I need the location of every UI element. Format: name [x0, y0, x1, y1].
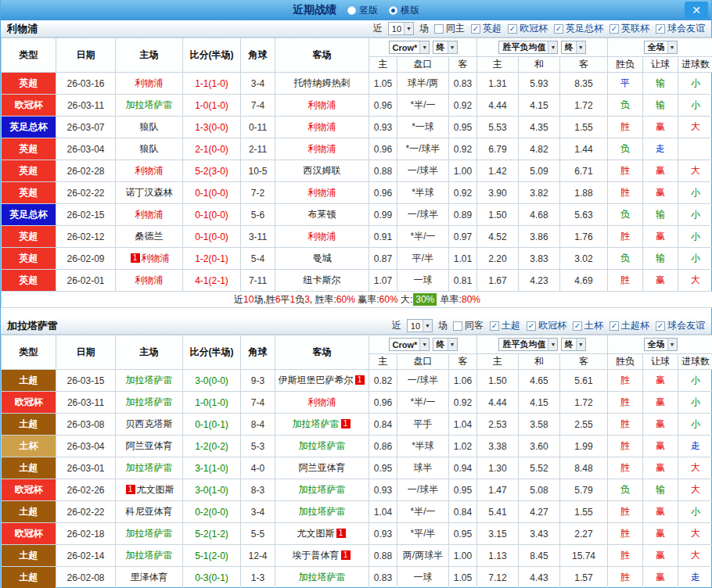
filter-item[interactable]: ✓球会友谊 — [656, 22, 705, 35]
odds-time-select[interactable]: 终▼ — [433, 41, 458, 54]
cell-result-handicap: 输 — [643, 73, 678, 95]
scope-select[interactable]: 全场▼ — [644, 338, 678, 351]
checkbox-icon[interactable]: ✓ — [471, 24, 480, 34]
cell-away-team: 利物浦 — [275, 226, 369, 248]
section-team-title: 利物浦 — [7, 22, 38, 36]
rank-badge: 1 — [126, 485, 135, 494]
checkbox-icon[interactable]: ✓ — [554, 24, 563, 34]
cell-odds-home: 0.99 — [369, 204, 397, 226]
games-label: 场 — [419, 22, 429, 35]
cell-odds-away: 0.83 — [449, 73, 477, 95]
cell-avg-away: 1.44 — [560, 138, 608, 160]
filter-item[interactable]: ✓土超 — [490, 319, 520, 332]
checkbox-icon[interactable]: ✓ — [490, 321, 499, 331]
section-header-home-team: 利物浦 近 10▼ 场 同主✓英超✓欧冠杯✓英足总杯✓英联杯✓球会友谊 — [1, 20, 711, 38]
cell-odds-away: 0.94 — [449, 457, 477, 479]
cell-avg-home: 5.41 — [477, 501, 519, 523]
cell-home-team: 狼队 — [116, 117, 183, 138]
filter-item[interactable]: ✓英超 — [471, 22, 502, 35]
dropdown-arrow-icon: ▼ — [576, 41, 585, 53]
section-header-away-team: 加拉塔萨雷 近 10▼ 场 同客✓土超✓欧冠杯✓土杯✓土超杯✓球会友谊 — [1, 317, 711, 335]
cell-away-team: 加拉塔萨雷 — [275, 436, 369, 457]
recent-count-select[interactable]: 10▼ — [388, 22, 414, 35]
match-row: 欧冠杯26-03-11加拉塔萨雷1-0(1-0)7-4利物浦0.96*半/一0.… — [2, 95, 712, 117]
cell-result-goals: 大 — [678, 117, 712, 138]
filter-item[interactable]: ✓欧冠杯 — [527, 319, 566, 332]
cell-date: 26-03-15 — [56, 370, 116, 392]
cell-league: 欧冠杯 — [2, 479, 56, 501]
cell-handicap: *半球 — [397, 182, 449, 204]
filter-item[interactable]: ✓英联杯 — [610, 22, 649, 35]
cell-avg-away: 1.55 — [560, 117, 608, 138]
checkbox-icon[interactable]: ✓ — [610, 24, 619, 34]
filter-item[interactable]: ✓土超杯 — [610, 319, 649, 332]
record-summary: 近10场,胜6平1负3, 胜率:60% 赢率:60% 大:30% 单率:80% — [2, 292, 712, 308]
cell-odds-home: 0.88 — [369, 545, 397, 567]
league-badge: 土超 — [2, 545, 56, 566]
rank-badge: 1 — [336, 529, 346, 538]
cell-score: 0-1(0-0) — [183, 204, 241, 226]
cell-handicap: 一/球半 — [397, 160, 449, 182]
filter-item[interactable]: 同客 — [453, 319, 484, 332]
cell-score: 3-0(0-0) — [183, 370, 241, 392]
layout-radio-option[interactable]: 竖版 — [347, 4, 378, 17]
scope-select[interactable]: 全场▼ — [644, 41, 678, 54]
avg-time-select[interactable]: 终▼ — [561, 338, 586, 351]
recent-count-select[interactable]: 10▼ — [407, 319, 433, 332]
team-name: 纽卡斯尔 — [304, 274, 341, 285]
layout-radio-option[interactable]: 横版 — [389, 4, 419, 17]
cell-avg-draw: 4.15 — [519, 95, 560, 117]
odds-company-select[interactable]: Crow*▼ — [389, 338, 430, 351]
cell-handicap: 平手 — [397, 414, 449, 436]
checkbox-icon[interactable]: ✓ — [656, 24, 665, 34]
cell-odds-away: 0.92 — [449, 392, 477, 414]
cell-date: 26-02-08 — [56, 567, 116, 588]
table-body: 英超26-03-16利物浦1-1(1-0)3-4托特纳姆热刺1.05球半/两0.… — [2, 73, 712, 292]
cell-score: 0-1(0-0) — [183, 226, 241, 248]
filter-label: 球会友谊 — [667, 22, 705, 35]
odds-time-select[interactable]: 终▼ — [433, 338, 458, 351]
avg-time-select[interactable]: 终▼ — [561, 41, 586, 54]
cell-avg-draw: 3.83 — [519, 248, 560, 270]
dropdown-arrow-icon: ▼ — [448, 339, 457, 350]
close-button[interactable]: ✕ — [685, 2, 708, 19]
checkbox-icon[interactable] — [434, 24, 444, 34]
checkbox-icon[interactable]: ✓ — [508, 24, 517, 34]
avg-type-select[interactable]: 胜平负均值▼ — [498, 41, 558, 54]
cell-league: 英超 — [2, 73, 56, 95]
team-cell-content: 桑德兰 — [135, 231, 164, 242]
col-odds-away: 客 — [449, 57, 477, 73]
odds-company-select[interactable]: Crow*▼ — [389, 41, 430, 54]
avg-time-value: 终 — [565, 339, 574, 350]
cell-league: 英超 — [2, 226, 56, 248]
cell-result-wdl: 胜 — [608, 501, 643, 523]
filter-item[interactable]: ✓英足总杯 — [554, 22, 603, 35]
checkbox-icon[interactable]: ✓ — [610, 321, 619, 331]
cell-home-team: 利物浦 — [116, 270, 183, 292]
cell-home-team: 加拉塔萨雷 — [116, 95, 183, 117]
team-cell-content: 加拉塔萨雷 — [126, 462, 173, 473]
cell-home-team: 加拉塔萨雷 — [116, 545, 183, 567]
filter-item[interactable]: 同主 — [434, 22, 465, 35]
cell-date: 26-03-04 — [56, 138, 116, 160]
col-result-handicap: 让球 — [643, 57, 678, 73]
cell-avg-away: 8.48 — [560, 457, 608, 479]
avg-type-select[interactable]: 胜平负均值▼ — [498, 338, 558, 351]
filter-item[interactable]: ✓球会友谊 — [656, 319, 705, 332]
cell-corners: 4-0 — [241, 457, 275, 479]
cell-league: 欧冠杯 — [2, 392, 56, 414]
checkbox-icon[interactable]: ✓ — [573, 321, 582, 331]
cell-date: 26-02-22 — [56, 501, 116, 523]
summary-part: 80% — [462, 294, 480, 305]
filter-item[interactable]: ✓土杯 — [573, 319, 603, 332]
radio-icon[interactable] — [347, 6, 356, 15]
checkbox-icon[interactable] — [453, 321, 462, 331]
cell-avg-home: 6.79 — [477, 138, 519, 160]
cell-date: 26-02-14 — [56, 545, 116, 567]
checkbox-icon[interactable]: ✓ — [527, 321, 536, 331]
cell-odds-home: 1.04 — [369, 501, 397, 523]
radio-icon[interactable] — [389, 6, 397, 15]
team-cell-content: 托特纳姆热刺 — [294, 77, 351, 88]
filter-item[interactable]: ✓欧冠杯 — [508, 22, 548, 35]
checkbox-icon[interactable]: ✓ — [656, 321, 665, 331]
